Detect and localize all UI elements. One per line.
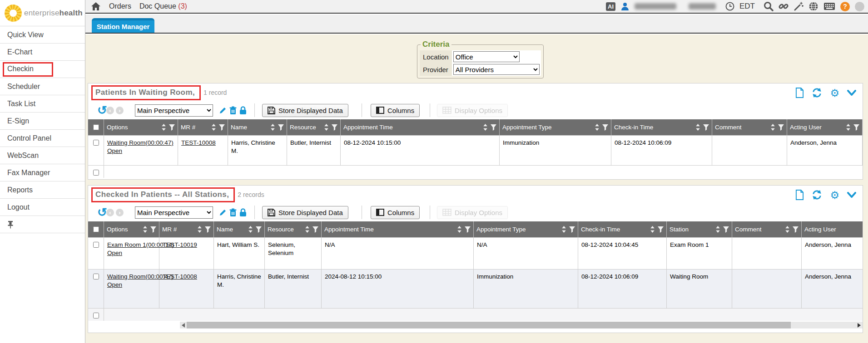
search-button[interactable] (764, 1, 774, 11)
sidebar-item-scheduler[interactable]: Scheduler (0, 78, 85, 95)
edit-perspective-button[interactable] (219, 107, 227, 114)
filter-icon[interactable] (278, 124, 284, 131)
sort-icon[interactable] (248, 226, 253, 233)
wand-button[interactable] (794, 1, 804, 11)
collapse-button[interactable] (847, 90, 856, 96)
filter-icon[interactable] (465, 226, 471, 233)
sort-icon[interactable] (846, 124, 851, 131)
filter-icon[interactable] (723, 226, 729, 233)
filter-icon[interactable] (658, 226, 664, 233)
new-document-button[interactable] (795, 88, 804, 98)
sort-icon[interactable] (595, 124, 600, 131)
sort-icon[interactable] (561, 226, 566, 233)
scrollbar-track[interactable] (180, 322, 863, 328)
clock-button[interactable] (725, 2, 734, 11)
delete-perspective-button[interactable] (229, 208, 237, 217)
sidebar-item-webscan[interactable]: WebScan (0, 147, 85, 164)
row-checkbox[interactable] (93, 242, 99, 248)
column-header-options[interactable]: Options (104, 119, 178, 135)
reset-perspective-button[interactable]: ↺ (97, 104, 107, 116)
station-timer-link[interactable]: Waiting Room(00:00:47) (107, 139, 174, 147)
column-header-appointment-type[interactable]: Appointment Type (474, 221, 578, 237)
filter-icon[interactable] (332, 124, 337, 131)
select-all-checkbox[interactable] (93, 124, 99, 130)
open-link[interactable]: Open (107, 249, 122, 257)
sidebar-item-control-panel[interactable]: Control Panel (0, 130, 85, 147)
filter-icon[interactable] (169, 124, 175, 131)
provider-select[interactable]: All Providers (453, 64, 540, 75)
select-all-checkbox[interactable] (93, 226, 99, 232)
edit-perspective-button[interactable] (219, 209, 227, 216)
filter-icon[interactable] (150, 226, 156, 233)
mr-number-link[interactable]: TEST-10008 (181, 139, 216, 147)
column-header-resource[interactable]: Resource (265, 221, 322, 237)
sort-icon[interactable] (650, 226, 655, 233)
settings-button[interactable]: ⚙ (830, 191, 839, 200)
sidebar-item-logout[interactable]: Logout (0, 199, 85, 216)
column-header-mr-[interactable]: MR # (178, 119, 228, 135)
filter-icon[interactable] (205, 226, 211, 233)
new-document-button[interactable] (795, 190, 804, 200)
filter-icon[interactable] (703, 124, 709, 131)
column-header-station[interactable]: Station (667, 221, 732, 237)
sort-icon[interactable] (483, 124, 488, 131)
next-perspective-button[interactable]: › (116, 209, 124, 216)
column-header-check-in-time[interactable]: Check-in Time (611, 119, 712, 135)
sort-icon[interactable] (785, 226, 790, 233)
row-checkbox[interactable] (93, 274, 99, 279)
sidebar-item-quick-view[interactable]: Quick View (0, 26, 85, 44)
home-button[interactable] (91, 2, 101, 11)
column-header-name[interactable]: Name (214, 221, 265, 237)
sort-icon[interactable] (197, 226, 202, 233)
column-header-options[interactable]: Options (104, 221, 159, 237)
perspective-select[interactable]: Main Perspective (135, 104, 213, 117)
column-header-acting-user[interactable]: Acting User (802, 221, 863, 237)
sidebar-item-task-list[interactable]: Task List (0, 95, 85, 113)
collapse-button[interactable] (847, 192, 856, 198)
user-button[interactable] (620, 2, 630, 11)
open-link[interactable]: Open (107, 147, 122, 155)
sort-icon[interactable] (305, 226, 310, 233)
prev-perspective-button[interactable]: ‹ (106, 209, 114, 216)
sidebar-pin-button[interactable] (0, 216, 85, 233)
sidebar-item-fax-manager[interactable]: Fax Manager (0, 164, 85, 181)
sort-icon[interactable] (695, 124, 700, 131)
horizontal-scrollbar[interactable] (88, 321, 863, 329)
sort-icon[interactable] (143, 226, 148, 233)
store-displayed-data-button[interactable]: Store Displayed Data (262, 104, 348, 117)
filter-icon[interactable] (853, 124, 859, 131)
location-select[interactable]: Office (453, 51, 520, 62)
refresh-button[interactable] (812, 190, 822, 200)
ai-badge[interactable]: AI (606, 2, 615, 11)
refresh-button[interactable] (812, 88, 822, 98)
link-button[interactable] (779, 1, 789, 11)
sort-icon[interactable] (715, 226, 720, 233)
row-checkbox[interactable] (93, 140, 99, 146)
keyboard-button[interactable] (823, 2, 835, 10)
column-header-name[interactable]: Name (228, 119, 287, 135)
scrollbar-thumb[interactable] (187, 322, 791, 328)
column-header-acting-user[interactable]: Acting User (787, 119, 863, 135)
columns-button[interactable]: Columns (371, 206, 420, 219)
reset-perspective-button[interactable]: ↺ (97, 206, 107, 218)
filter-icon[interactable] (569, 226, 575, 233)
scroll-right-arrow[interactable] (858, 323, 861, 328)
sidebar-item-checkin[interactable]: Checkin (0, 61, 85, 78)
footer-checkbox[interactable] (93, 313, 99, 318)
column-header-appointment-time[interactable]: Appointment Time (322, 221, 474, 237)
sidebar-item-reports[interactable]: Reports (0, 181, 85, 199)
mr-number-link[interactable]: TEST-10008 (163, 273, 197, 281)
columns-button[interactable]: Columns (371, 104, 420, 117)
filter-icon[interactable] (491, 124, 496, 131)
sort-icon[interactable] (457, 226, 462, 233)
filter-icon[interactable] (256, 226, 262, 233)
perspective-select[interactable]: Main Perspective (135, 206, 213, 219)
nav-doc-queue[interactable]: Doc Queue (3) (139, 2, 187, 10)
scroll-left-arrow[interactable] (182, 323, 185, 328)
sort-icon[interactable] (211, 124, 216, 131)
column-header-mr-[interactable]: MR # (159, 221, 214, 237)
column-header-appointment-time[interactable]: Appointment Time (341, 119, 500, 135)
open-link[interactable]: Open (107, 281, 122, 289)
filter-icon[interactable] (602, 124, 608, 131)
nav-orders[interactable]: Orders (109, 2, 131, 10)
